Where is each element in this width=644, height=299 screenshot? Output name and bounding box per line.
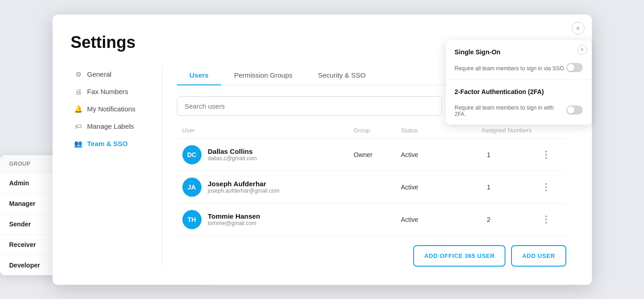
user-email: dallas.c@gmail.com — [208, 155, 257, 162]
sidebar-item-general[interactable]: ⚙ General — [71, 66, 154, 83]
col-status: Status — [395, 127, 440, 139]
user-assigned-numbers: 2 — [440, 203, 537, 236]
avatar: DC — [182, 145, 202, 164]
tab-permission-groups[interactable]: Permission Groups — [221, 66, 305, 85]
user-cell: TH Tommie Hansen tommie@gmail.com — [177, 203, 348, 236]
footer-buttons: ADD OFFICE 365 USER ADD USER — [177, 245, 566, 267]
sidebar-item-label: General — [87, 70, 112, 78]
user-status: Active — [395, 203, 440, 236]
search-input[interactable] — [177, 96, 442, 116]
tab-security-sso[interactable]: Security & SSO — [305, 66, 378, 85]
table-row: DC Dallas Collins dallas.c@gmail.com Own… — [177, 138, 566, 171]
sidebar-item-label: My Notifications — [87, 105, 136, 113]
col-user: User — [177, 127, 348, 139]
user-status: Active — [395, 138, 440, 171]
sso-close-button[interactable]: × — [577, 45, 587, 55]
col-group: Group — [348, 127, 395, 139]
sidebar-item-team-sso[interactable]: 👥 Team & SSO — [71, 135, 154, 152]
table-row: TH Tommie Hansen tommie@gmail.com Active… — [177, 203, 566, 236]
sidebar-item-labels[interactable]: 🏷 Manage Labels — [71, 118, 154, 135]
tab-users[interactable]: Users — [177, 66, 222, 85]
sidebar: ⚙ General 🖨 Fax Numbers 🔔 My Notificatio… — [71, 66, 162, 267]
user-group — [348, 203, 395, 236]
sidebar-item-notifications[interactable]: 🔔 My Notifications — [71, 100, 154, 118]
sso-single-sign-on-section: Single Sign-On — [446, 40, 592, 59]
bell-icon: 🔔 — [75, 105, 83, 113]
users-table: User Group Status Assigned Numbers DC Da… — [177, 127, 566, 236]
sso-toggle-row: Require all team members to sign in via … — [446, 59, 592, 79]
settings-container: × Settings ⚙ General 🖨 Fax Numbers 🔔 My … — [53, 15, 592, 285]
user-actions-menu[interactable] — [543, 148, 560, 162]
sso-description: Require all team members to sign in via … — [455, 65, 566, 72]
sidebar-item-label: Manage Labels — [87, 122, 134, 130]
avatar: JA — [182, 178, 202, 197]
sidebar-item-fax-numbers[interactable]: 🖨 Fax Numbers — [71, 83, 154, 100]
table-row: JA Joseph Aufderhar joseph.aufderhar@gma… — [177, 171, 566, 203]
gear-icon: ⚙ — [75, 70, 83, 79]
user-actions-cell — [537, 171, 566, 203]
sidebar-item-label: Team & SSO — [87, 140, 128, 147]
avatar: TH — [182, 210, 202, 229]
user-assigned-numbers: 1 — [440, 171, 537, 203]
user-actions-cell — [537, 138, 566, 171]
2fa-title: 2-Factor Authentication (2FA) — [455, 88, 583, 95]
close-button[interactable]: × — [572, 22, 585, 35]
sidebar-item-label: Fax Numbers — [87, 88, 128, 95]
user-actions-cell — [537, 203, 566, 236]
col-actions — [537, 127, 566, 139]
2fa-toggle[interactable] — [566, 105, 583, 115]
user-name: Dallas Collins — [208, 147, 257, 155]
team-icon: 👥 — [75, 140, 83, 148]
2fa-description: Require all team members to sign in with… — [455, 105, 566, 117]
user-email: joseph.aufderhar@gmail.com — [208, 188, 280, 194]
user-cell: DC Dallas Collins dallas.c@gmail.com — [177, 138, 348, 171]
user-actions-menu[interactable] — [543, 180, 560, 194]
fax-icon: 🖨 — [75, 88, 83, 96]
sso-dropdown: × Single Sign-On Require all team member… — [446, 40, 592, 125]
sso-title: Single Sign-On — [455, 48, 583, 56]
user-cell: JA Joseph Aufderhar joseph.aufderhar@gma… — [177, 171, 348, 203]
user-assigned-numbers: 1 — [440, 138, 537, 171]
label-icon: 🏷 — [75, 122, 83, 131]
user-actions-menu[interactable] — [543, 213, 560, 226]
add-office-365-button[interactable]: ADD OFFICE 365 USER — [413, 245, 506, 267]
col-assigned: Assigned Numbers — [440, 127, 537, 139]
sso-toggle[interactable] — [566, 63, 583, 72]
2fa-toggle-row: Require all team members to sign in with… — [446, 99, 592, 125]
user-email: tommie@gmail.com — [208, 220, 261, 226]
two-factor-section: 2-Factor Authentication (2FA) — [446, 80, 592, 99]
user-name: Joseph Aufderhar — [208, 180, 280, 188]
user-status: Active — [395, 171, 440, 203]
add-user-button[interactable]: ADD USER — [511, 245, 566, 267]
user-group — [348, 171, 395, 203]
user-group: Owner — [348, 138, 395, 171]
user-name: Tommie Hansen — [208, 212, 261, 220]
